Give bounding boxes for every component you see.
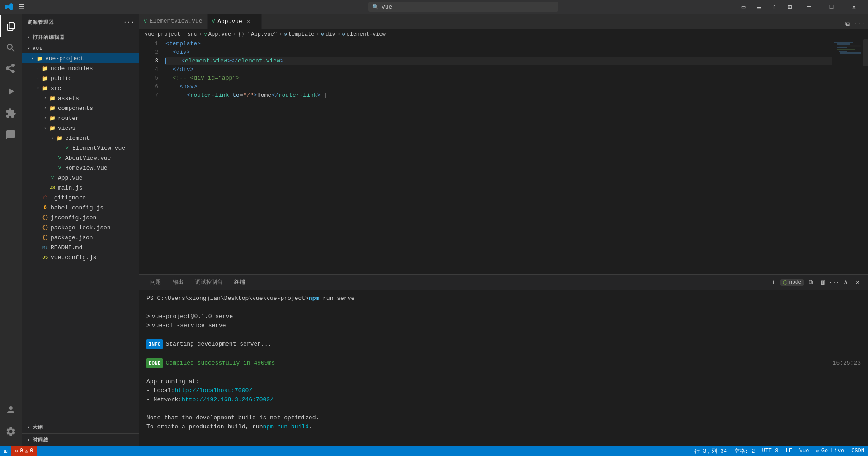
status-golive[interactable]: ⊕ Go Live <box>813 446 848 456</box>
delete-terminal-button[interactable]: 🗑 <box>817 277 827 287</box>
activity-bar <box>0 14 22 446</box>
breadcrumb-element-view[interactable]: ⊙ element-view <box>342 31 386 38</box>
md-file-icon: M↓ <box>42 244 49 251</box>
terminal-url-network[interactable]: http://192.168.3.246:7000/ <box>182 395 274 404</box>
panel-bottom-icon[interactable]: ▬ <box>752 0 766 14</box>
activity-item-extensions[interactable] <box>0 102 22 124</box>
tree-item-homeview-vue[interactable]: › V HomeView.vue <box>22 163 139 173</box>
tree-item-assets[interactable]: › 📁 assets <box>22 93 139 103</box>
status-language[interactable]: Vue <box>796 446 813 456</box>
code-editor[interactable]: 1 2 3 4 5 6 7 <template> <div> <box>139 39 868 274</box>
tree-item-src[interactable]: ▾ 📁 src <box>22 83 139 93</box>
split-editor-button[interactable]: ⧉ <box>843 19 853 29</box>
tree-item-elementview-vue[interactable]: › V ElementView.vue <box>22 143 139 153</box>
terminal-line-serve-1: > vue-project@0.1.0 serve <box>146 312 861 321</box>
tree-item-vue-config-js[interactable]: › JS vue.config.js <box>22 252 139 262</box>
terminal-body[interactable]: PS C:\Users\xiongjian\Desktop\vue\vue-pr… <box>139 290 868 446</box>
terminal-tab-debug[interactable]: 调试控制台 <box>190 276 228 288</box>
tree-item-aboutview-vue[interactable]: › V AboutView.vue <box>22 153 139 163</box>
activity-item-search[interactable] <box>0 37 22 59</box>
status-eol[interactable]: LF <box>782 446 796 456</box>
activity-item-settings[interactable] <box>0 421 22 442</box>
sidebar-title: 资源管理器 <box>27 19 54 26</box>
tab-app-vue[interactable]: V App.vue ✕ <box>208 14 262 29</box>
breadcrumb-text: App.vue <box>208 31 231 38</box>
status-remote-button[interactable]: ⊞ <box>0 446 11 456</box>
more-actions-button[interactable]: ··· <box>124 17 134 27</box>
search-bar[interactable]: 🔍 vue <box>368 2 558 12</box>
tag-icon: ⊙ <box>284 31 287 37</box>
tree-item-node-modules[interactable]: › 📁 node_modules <box>22 63 139 73</box>
terminal-tab-issues[interactable]: 问题 <box>145 276 166 288</box>
activity-item-run[interactable] <box>0 81 22 102</box>
tree-item-vue-project[interactable]: ▾ 📁 vue-project <box>22 53 139 63</box>
breadcrumb-json[interactable]: {} "App.vue" <box>238 31 277 38</box>
add-terminal-button[interactable]: + <box>769 277 778 287</box>
timeline-section[interactable]: › 时间线 <box>22 433 139 446</box>
tree-label-public: public <box>51 75 72 82</box>
tree-item-package-lock-json[interactable]: › {} package-lock.json <box>22 223 139 233</box>
terminal-tab-terminal[interactable]: 终端 <box>229 276 250 288</box>
tab-elementview[interactable]: V ElementView.vue <box>139 14 208 29</box>
tree-item-readme[interactable]: › M↓ README.md <box>22 242 139 252</box>
layout-icon[interactable]: ⊞ <box>783 0 797 14</box>
minimize-button[interactable]: ─ <box>798 0 819 14</box>
tree-label-babel-config: babel.config.js <box>51 204 104 211</box>
tab-close-button[interactable]: ✕ <box>245 18 252 25</box>
code-token: < <box>187 91 190 100</box>
close-terminal-button[interactable]: ✕ <box>853 277 863 287</box>
tree-item-views[interactable]: ▾ 📁 views <box>22 123 139 133</box>
tree-label-main-js: main.js <box>58 185 83 191</box>
status-bar: ⊞ ⊗ 0 ⚠ 0 行 3，列 34 空格: 2 UTF-8 LF Vue ⊕ … <box>0 446 868 456</box>
chevron-down-icon: ▾ <box>29 55 36 62</box>
hamburger-menu-icon[interactable]: ☰ <box>18 2 24 11</box>
tree-item-router[interactable]: › 📁 router <box>22 113 139 123</box>
vue-file-icon: V <box>49 174 56 181</box>
status-csdn[interactable]: CSDN <box>848 446 868 456</box>
maximize-button[interactable]: □ <box>821 0 842 14</box>
close-button[interactable]: ✕ <box>844 0 864 14</box>
split-terminal-button[interactable]: ⧉ <box>806 277 816 287</box>
status-cursor[interactable]: 行 3，列 34 <box>691 446 731 456</box>
breadcrumb-div[interactable]: ⊙ div <box>321 31 335 38</box>
breadcrumb-vue-project[interactable]: vue-project <box>145 31 180 38</box>
tree-item-babel-config[interactable]: › β babel.config.js <box>22 203 139 213</box>
activity-item-account[interactable] <box>0 399 22 421</box>
tree-item-app-vue[interactable]: › V App.vue <box>22 173 139 183</box>
vue-section-header[interactable]: ▾ VUE <box>22 43 139 53</box>
maximize-terminal-button[interactable]: ∧ <box>841 277 851 287</box>
more-tab-actions-button[interactable]: ··· <box>854 19 864 29</box>
activity-item-source-control[interactable] <box>0 59 22 81</box>
status-errors-button[interactable]: ⊗ 0 ⚠ 0 <box>11 446 37 456</box>
terminal-url-local[interactable]: http://localhost:7000/ <box>175 386 252 395</box>
terminal-tab-output[interactable]: 输出 <box>167 276 189 288</box>
sidebar-actions: ··· <box>124 17 134 27</box>
tree-item-element[interactable]: ▾ 📁 element <box>22 133 139 143</box>
code-token <box>165 65 173 74</box>
status-encoding[interactable]: UTF-8 <box>759 446 782 456</box>
tree-item-jsconfig-json[interactable]: › {} jsconfig.json <box>22 213 139 223</box>
tree-item-components[interactable]: › 📁 components <box>22 103 139 113</box>
chevron-right-icon: › <box>27 35 31 40</box>
terminal-arrow: > <box>146 321 150 330</box>
tree-item-gitignore[interactable]: › ⬡ .gitignore <box>22 193 139 203</box>
tree-label-package-lock: package-lock.json <box>51 224 111 231</box>
breadcrumb-template[interactable]: ⊙ template <box>284 31 314 38</box>
breadcrumb-src[interactable]: src <box>187 31 197 38</box>
tag-icon: ⊙ <box>321 31 325 37</box>
panel-layout-icon[interactable]: ▭ <box>737 0 750 14</box>
more-terminal-actions-button[interactable]: ··· <box>829 277 839 287</box>
tree-item-public[interactable]: › 📁 public <box>22 73 139 83</box>
code-content[interactable]: <template> <div> <element-view></element… <box>162 39 832 274</box>
titlebar-right: ▭ ▬ ▯ ⊞ ─ □ ✕ <box>737 0 868 14</box>
panel-right-icon[interactable]: ▯ <box>768 0 781 14</box>
breadcrumb-appvue[interactable]: V App.vue <box>204 31 231 38</box>
terminal-text: Note that the development build is not o… <box>146 413 319 423</box>
outline-section[interactable]: › 大纲 <box>22 421 139 433</box>
activity-item-explorer[interactable] <box>0 15 22 37</box>
tree-item-main-js[interactable]: › JS main.js <box>22 183 139 193</box>
activity-item-remote[interactable] <box>0 124 22 146</box>
status-spaces[interactable]: 空格: 2 <box>731 446 759 456</box>
open-editors-section[interactable]: › 打开的编辑器 <box>22 31 139 43</box>
tree-item-package-json[interactable]: › {} package.json <box>22 233 139 242</box>
